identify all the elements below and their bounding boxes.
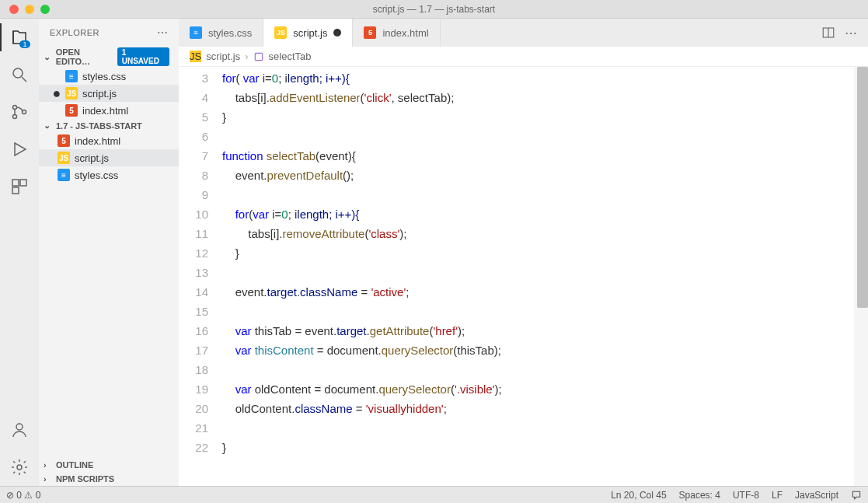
explorer-icon[interactable]: 1 <box>9 26 30 48</box>
symbol-icon <box>253 51 264 62</box>
html-file-icon: 5 <box>65 104 78 117</box>
minimap-thumb[interactable] <box>857 67 868 308</box>
line-number: 20 <box>179 399 208 418</box>
line-number: 21 <box>179 418 208 438</box>
code-line[interactable]: for(var i=0; ilength; i++){ <box>222 204 868 224</box>
open-editors-section[interactable]: ⌄ OPEN EDITO… 1 UNSAVED <box>39 46 179 68</box>
sidebar-more-icon[interactable]: ⋯ <box>157 26 169 39</box>
folder-file-item[interactable]: ≡styles.css <box>39 166 179 183</box>
editor-tab[interactable]: ≡styles.css <box>179 19 263 47</box>
status-line-col[interactable]: Ln 20, Col 45 <box>611 490 666 501</box>
line-number: 19 <box>179 379 208 399</box>
svg-rect-10 <box>255 53 262 60</box>
status-encoding[interactable]: UTF-8 <box>733 490 759 501</box>
close-window-button[interactable] <box>9 5 19 14</box>
accounts-icon[interactable] <box>9 419 30 441</box>
folder-file-item[interactable]: 5index.html <box>39 132 179 149</box>
line-number: 10 <box>179 204 208 224</box>
minimize-window-button[interactable] <box>25 5 34 14</box>
more-actions-icon[interactable]: ⋯ <box>845 26 857 40</box>
extensions-icon[interactable] <box>9 176 30 197</box>
file-name: index.html <box>75 135 120 147</box>
svg-rect-5 <box>20 180 26 186</box>
editor-tabs: ≡styles.cssJSscript.js5index.html ⋯ <box>179 19 868 47</box>
editor-tab[interactable]: JSscript.js <box>263 19 353 47</box>
close-file-icon[interactable] <box>53 72 61 80</box>
js-file-icon: JS <box>190 51 201 62</box>
search-icon[interactable] <box>9 64 30 86</box>
editor-area: ≡styles.cssJSscript.js5index.html ⋯ JS s… <box>179 19 868 486</box>
open-editor-item[interactable]: ≡styles.css <box>39 68 179 85</box>
file-name: script.js <box>82 88 117 100</box>
status-spaces[interactable]: Spaces: 4 <box>679 490 720 501</box>
chevron-down-icon: ⌄ <box>44 121 54 131</box>
code-line[interactable]: var thisTab = event.target.getAttribute(… <box>222 321 868 341</box>
open-editor-item[interactable]: ●JSscript.js <box>39 85 179 102</box>
breadcrumbs[interactable]: JS script.js › selectTab <box>179 47 868 67</box>
sidebar: EXPLORER ⋯ ⌄ OPEN EDITO… 1 UNSAVED ≡styl… <box>39 19 179 486</box>
code-line[interactable]: oldContent.className = 'visuallyhidden'; <box>222 399 868 418</box>
explorer-badge: 1 <box>19 40 30 48</box>
code-line[interactable]: tabs[i].addEventListener('click', select… <box>222 88 868 107</box>
dirty-indicator-icon <box>333 29 341 37</box>
npm-scripts-section[interactable]: › NPM SCRIPTS <box>39 472 179 486</box>
code-line[interactable]: } <box>222 107 868 127</box>
code-line[interactable]: event.preventDefault(); <box>222 166 868 185</box>
folder-label: 1.7 - JS-TABS-START <box>56 121 142 131</box>
window-title: script.js — 1.7 — js-tabs-start <box>373 4 495 15</box>
status-errors[interactable]: ⊘ 0 ⚠ 0 <box>6 490 40 501</box>
sidebar-header: EXPLORER ⋯ <box>39 19 179 46</box>
line-gutter: 345678910111213141516171819202122 <box>179 67 222 486</box>
line-number: 3 <box>179 68 208 88</box>
status-bar: ⊘ 0 ⚠ 0 Ln 20, Col 45 Spaces: 4 UTF-8 LF… <box>0 486 868 503</box>
code-line[interactable] <box>222 360 868 379</box>
svg-point-7 <box>16 424 23 430</box>
svg-point-0 <box>13 68 23 78</box>
sidebar-title: EXPLORER <box>50 28 99 37</box>
code-content[interactable]: for( var i=0; ilength; i++){ tabs[i].add… <box>222 67 868 486</box>
status-feedback-icon[interactable] <box>851 490 862 501</box>
close-file-icon[interactable] <box>53 107 61 114</box>
breadcrumb-symbol: selectTab <box>269 51 312 62</box>
code-line[interactable] <box>222 418 868 438</box>
status-language[interactable]: JavaScript <box>795 490 838 501</box>
folder-file-item[interactable]: JSscript.js <box>39 149 179 166</box>
source-control-icon[interactable] <box>9 101 30 123</box>
code-line[interactable]: var thisContent = document.querySelector… <box>222 341 868 360</box>
code-line[interactable]: function selectTab(event){ <box>222 146 868 166</box>
css-file-icon: ≡ <box>65 70 78 82</box>
split-editor-icon[interactable] <box>821 26 835 40</box>
line-number: 11 <box>179 224 208 243</box>
svg-point-8 <box>17 465 22 470</box>
run-debug-icon[interactable] <box>9 138 30 160</box>
code-line[interactable] <box>222 302 868 321</box>
folder-section[interactable]: ⌄ 1.7 - JS-TABS-START <box>39 119 179 132</box>
open-editor-item[interactable]: 5index.html <box>39 102 179 119</box>
code-line[interactable]: event.target.className = 'active'; <box>222 282 868 302</box>
settings-icon[interactable] <box>9 456 30 478</box>
line-number: 6 <box>179 127 208 146</box>
editor-tab[interactable]: 5index.html <box>353 19 440 47</box>
code-line[interactable] <box>222 263 868 282</box>
breadcrumb-separator-icon: › <box>245 51 248 62</box>
line-number: 15 <box>179 302 208 321</box>
open-editors-label: OPEN EDITO… <box>56 47 116 66</box>
code-editor[interactable]: 345678910111213141516171819202122 for( v… <box>179 67 868 486</box>
code-line[interactable] <box>222 127 868 146</box>
code-line[interactable]: } <box>222 438 868 457</box>
line-number: 16 <box>179 321 208 341</box>
code-line[interactable]: var oldContent = document.querySelector(… <box>222 379 868 399</box>
outline-section[interactable]: › OUTLINE <box>39 458 179 472</box>
maximize-window-button[interactable] <box>40 5 50 14</box>
code-line[interactable]: tabs[i].removeAttribute('class'); <box>222 224 868 243</box>
line-number: 4 <box>179 88 208 107</box>
code-line[interactable] <box>222 185 868 204</box>
code-line[interactable]: for( var i=0; ilength; i++){ <box>222 68 868 88</box>
line-number: 18 <box>179 360 208 379</box>
status-eol[interactable]: LF <box>772 490 783 501</box>
outline-label: OUTLINE <box>56 460 93 470</box>
svg-point-2 <box>13 115 17 119</box>
svg-rect-4 <box>12 180 19 186</box>
code-line[interactable]: } <box>222 243 868 263</box>
minimap[interactable] <box>854 67 868 486</box>
